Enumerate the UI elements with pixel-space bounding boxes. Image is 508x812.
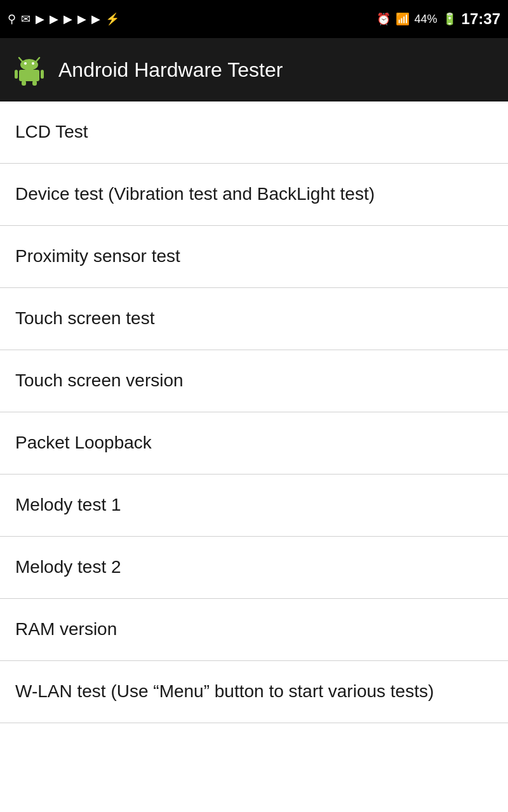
signal-icon: 📶 [396, 12, 410, 26]
svg-point-2 [20, 59, 38, 70]
list-item-label-device-test: Device test (Vibration test and BackLigh… [15, 183, 375, 206]
list-item-label-packet-loopback: Packet Loopback [15, 431, 152, 454]
flash-icon: ⚡ [105, 12, 119, 26]
list-item-touch-screen-test[interactable]: Touch screen test [0, 288, 508, 350]
media-icon-5: ▶ [91, 12, 100, 26]
menu-list: LCD TestDevice test (Vibration test and … [0, 102, 508, 723]
svg-point-3 [24, 62, 27, 65]
list-item-touch-screen-version[interactable]: Touch screen version [0, 350, 508, 412]
list-item-label-melody-test-1: Melody test 1 [15, 494, 121, 516]
svg-rect-6 [15, 70, 18, 79]
alarm-icon: ⏰ [377, 12, 391, 26]
list-item-melody-test-1[interactable]: Melody test 1 [0, 475, 508, 537]
list-item-packet-loopback[interactable]: Packet Loopback [0, 412, 508, 475]
android-logo [13, 53, 46, 86]
list-item-label-touch-screen-version: Touch screen version [15, 369, 184, 392]
usb-icon: ⚲ [8, 12, 16, 26]
svg-rect-5 [19, 70, 39, 81]
svg-point-4 [32, 62, 34, 65]
list-item-label-lcd-test: LCD Test [15, 121, 88, 143]
app-title: Android Hardware Tester [58, 58, 283, 82]
svg-rect-7 [41, 70, 44, 79]
status-time: 17:37 [462, 10, 500, 28]
status-bar: ⚲ ✉ ▶ ▶ ▶ ▶ ▶ ⚡ ⏰ 📶 44% 🔋 17:37 [0, 0, 508, 38]
list-item-proximity-sensor[interactable]: Proximity sensor test [0, 226, 508, 288]
email-icon: ✉ [21, 12, 30, 26]
list-item-label-wlan-test: W-LAN test (Use “Menu” button to start v… [15, 680, 434, 703]
list-item-lcd-test[interactable]: LCD Test [0, 102, 508, 164]
list-item-label-ram-version: RAM version [15, 618, 117, 641]
app-bar: Android Hardware Tester [0, 38, 508, 102]
status-bar-left: ⚲ ✉ ▶ ▶ ▶ ▶ ▶ ⚡ [8, 12, 119, 26]
media-icon-2: ▶ [50, 12, 58, 26]
status-bar-right: ⏰ 📶 44% 🔋 17:37 [377, 10, 500, 28]
list-item-wlan-test[interactable]: W-LAN test (Use “Menu” button to start v… [0, 661, 508, 723]
list-item-label-melody-test-2: Melody test 2 [15, 556, 121, 579]
media-icon-1: ▶ [36, 12, 44, 26]
battery-icon: 🔋 [443, 12, 457, 26]
list-item-ram-version[interactable]: RAM version [0, 599, 508, 661]
media-icon-4: ▶ [77, 12, 86, 26]
list-item-label-proximity-sensor: Proximity sensor test [15, 245, 180, 268]
battery-percent: 44% [415, 13, 438, 26]
list-item-device-test[interactable]: Device test (Vibration test and BackLigh… [0, 164, 508, 226]
svg-rect-8 [22, 81, 26, 86]
media-icon-3: ▶ [64, 12, 72, 26]
svg-rect-9 [32, 81, 37, 86]
list-item-melody-test-2[interactable]: Melody test 2 [0, 537, 508, 599]
list-item-label-touch-screen-test: Touch screen test [15, 307, 154, 330]
